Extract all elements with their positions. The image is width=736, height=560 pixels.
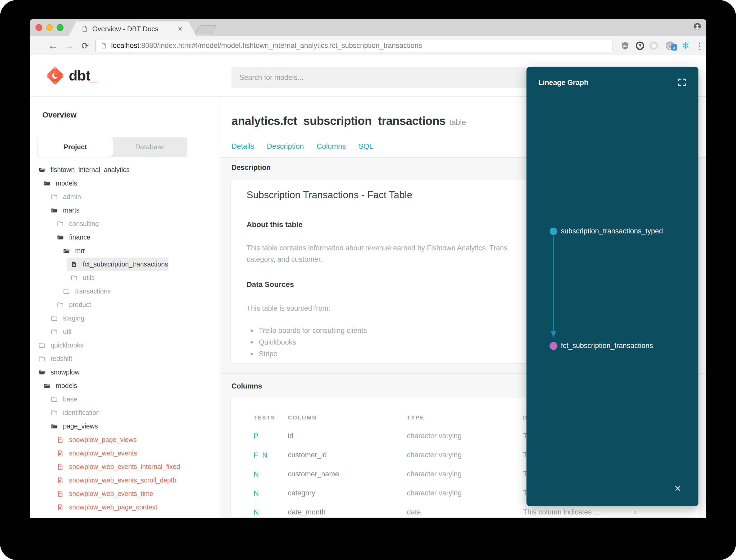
forward-button: → [62,36,76,55]
lineage-graph-title: Lineage Graph [538,79,588,87]
tab-close-icon[interactable]: × [178,25,183,33]
card-title: Subscription Transactions - Fact Table [247,189,412,201]
file-icon [57,450,64,457]
tree-item-models[interactable]: models [30,177,215,190]
folder-closed-icon [51,409,58,416]
tree-item-snowplow-web-events-scroll-depth[interactable]: snowplow_web_events_scroll_depth [30,473,215,487]
tree-item-quickbooks[interactable]: quickbooks [30,338,215,352]
folder-closed-icon [71,274,78,281]
column-header-tests: TESTS [254,414,276,421]
tree-item-consulting[interactable]: consulting [30,217,215,231]
zoom-window-button[interactable] [57,24,64,31]
folder-closed-icon [57,301,64,308]
url-host: localhost [111,42,139,49]
chevron-right-icon[interactable]: › [634,507,636,516]
onepassword-extension-icon[interactable] [634,36,646,55]
tree-item-snowplow-web-events[interactable]: snowplow_web_events [30,446,215,460]
tree-item-models[interactable]: models [30,379,215,392]
tree-item-snowplow-page-views[interactable]: snowplow_page_views [30,433,215,446]
tree-item-util[interactable]: util [30,325,215,338]
lineage-edge [553,236,554,332]
back-button[interactable]: ← [46,36,60,55]
tab-description[interactable]: Description [267,142,304,151]
tree-item-staging[interactable]: staging [30,311,215,325]
tree-item-page-views[interactable]: page_views [30,419,215,433]
data-sources-intro: This table is sourced from: [247,303,331,314]
folder-closed-icon [63,288,70,295]
ublock-extension-icon[interactable] [619,36,631,55]
reload-button[interactable]: ⟳ [78,36,92,55]
dbt-logo-text: dbt_ [69,67,98,84]
tree-item-snowplow-web-events-time[interactable]: snowplow_web_events_time [30,487,215,500]
tree-item-transactions[interactable]: transactions [30,284,215,298]
tree-item-base[interactable]: base [30,392,215,406]
browser-tab[interactable]: Overview - DBT Docs × [69,21,196,36]
overview-heading[interactable]: Overview [42,111,76,119]
page-title-suffix: table [449,118,466,127]
file-icon [57,436,64,443]
power-extension-icon[interactable]: x [664,36,676,55]
tree-item-snowplow-web-page-context[interactable]: snowplow_web_page_context [30,500,215,514]
tree-item-marts[interactable]: marts [30,204,215,217]
extension-badge: x [671,44,677,51]
tab-title: Overview - DBT Docs [92,25,158,33]
folder-open-icon [57,234,64,241]
columns-section-label: Columns [232,382,262,390]
folder-closed-icon [38,355,45,362]
list-item: Trello boards for consulting clients [251,327,367,335]
about-heading: About this table [247,220,303,229]
tree-item-utils[interactable]: utils [30,271,215,284]
folder-open-icon [38,369,45,376]
browser-profile-icon[interactable] [693,22,702,31]
tab-details[interactable]: Details [232,142,254,151]
url-path: :8080/index.html#!/model/model.fishtown_… [139,42,422,49]
close-window-button[interactable] [35,24,42,31]
folder-open-icon [63,247,70,254]
lineage-node-label[interactable]: fct_subscription_transactions [561,342,653,350]
lineage-node-subscription-transactions-typed[interactable] [550,228,557,235]
folder-open-icon [44,180,51,187]
tree-item-finance[interactable]: finance [30,231,215,244]
folder-closed-icon [57,220,64,227]
close-icon[interactable]: × [675,483,681,494]
tree-item-identification[interactable]: identification [30,406,215,419]
source-toggle: Project Database [38,137,187,157]
file-icon [71,261,78,268]
bullet-icon [251,329,253,332]
new-tab-button[interactable] [195,25,217,34]
lineage-node-label[interactable]: subscription_transactions_typed [561,227,663,235]
folder-closed-icon [51,328,58,335]
folder-closed-icon [51,396,58,403]
tree-item-snowplow[interactable]: snowplow [30,365,215,379]
tree-item-redshift[interactable]: redshift [30,352,215,365]
minimize-window-button[interactable] [46,24,53,31]
model-tabs: Details Description Columns SQL [232,142,373,151]
lineage-edge-arrowhead-icon [550,331,556,337]
file-icon [57,504,64,511]
tab-project[interactable]: Project [38,137,113,157]
tree-item-snowplow-web-events-internal-fixed[interactable]: snowplow_web_events_internal_fixed [30,460,215,473]
tab-columns[interactable]: Columns [317,142,346,151]
url-page-icon [101,43,107,49]
tree-item-mrr[interactable]: mrr [30,244,215,258]
browser-window: Overview - DBT Docs × ← → ⟳ localhost:80… [30,19,706,518]
lineage-graph-panel: Lineage Graph subscription_transactions_… [526,67,698,506]
tree-item-product[interactable]: product [30,298,215,311]
tab-database[interactable]: Database [113,137,187,157]
folder-open-icon [51,207,58,214]
address-bar[interactable]: localhost:8080/index.html#!/model/model.… [95,39,612,52]
fullscreen-icon[interactable] [677,78,687,87]
tree-item-fishtown-internal-analytics[interactable]: fishtown_internal_analytics [30,163,215,177]
browser-menu-icon[interactable]: ⋮ [694,36,706,55]
tab-sql[interactable]: SQL [359,142,373,151]
tab-favicon-page-icon [81,25,88,32]
column-header-type: TYPE [407,414,424,421]
tree-item-fct-subscription-transactions[interactable]: fct_subscription_transactions [30,258,215,271]
lineage-node-fct-subscription-transactions[interactable] [549,342,557,350]
url-text: localhost:8080/index.html#!/model/model.… [111,42,422,50]
tree-item-admin[interactable]: admin [30,190,215,204]
folder-closed-icon [38,342,45,349]
round-extension-icon[interactable] [648,36,660,55]
snowflake-extension-icon[interactable]: ❄ [679,36,692,55]
folder-open-icon [44,382,51,389]
